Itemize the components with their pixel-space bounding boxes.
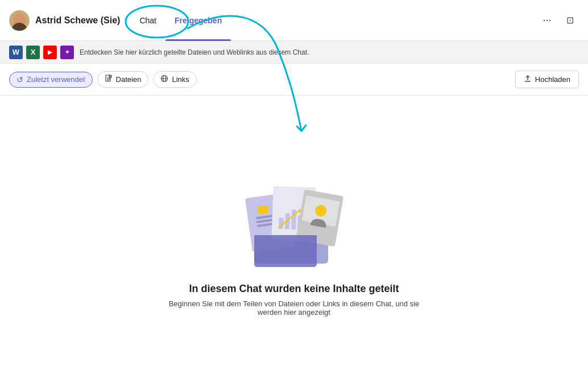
upload-icon	[524, 75, 532, 84]
main-content: In diesem Chat wurden keine Inhalte gete…	[0, 96, 588, 376]
chat-header: Astrid Schewe (Sie) Chat Freigegeben ···…	[0, 0, 588, 41]
app-bar: W X ▶ ✦ Entdecken Sie hier kürzlich gete…	[0, 41, 588, 64]
filter-bar: ↺ Zuletzt verwendet Dateien Links	[0, 64, 588, 96]
youtube-icon[interactable]: ▶	[43, 46, 57, 59]
purple-app-icon[interactable]: ✦	[60, 46, 74, 59]
avatar	[9, 10, 30, 31]
globe-icon	[160, 75, 168, 84]
svg-rect-19	[291, 209, 296, 229]
svg-rect-15	[258, 206, 268, 213]
more-options-button[interactable]: ···	[538, 11, 556, 30]
file-icon	[105, 75, 113, 84]
header-tabs: Chat Freigegeben	[130, 0, 231, 41]
app-bar-description: Entdecken Sie hier kürzlich geteilte Dat…	[80, 48, 309, 56]
clock-icon: ↺	[16, 75, 23, 84]
upload-button[interactable]: Hochladen	[515, 71, 579, 88]
filter-files[interactable]: Dateien	[97, 71, 149, 88]
header-left: Astrid Schewe (Sie) Chat Freigegeben	[9, 0, 538, 41]
filter-links[interactable]: Links	[153, 71, 196, 88]
meeting-button[interactable]: ⊡	[561, 11, 579, 30]
user-name: Astrid Schewe (Sie)	[35, 15, 120, 26]
empty-state-subtitle: Beginnen Sie mit dem Teilen von Dateien …	[158, 299, 430, 317]
filter-recently-used[interactable]: ↺ Zuletzt verwendet	[9, 72, 93, 88]
excel-icon[interactable]: X	[26, 46, 40, 59]
tab-chat[interactable]: Chat	[130, 0, 165, 41]
tab-freigegeben[interactable]: Freigegeben	[165, 0, 231, 41]
empty-state-illustration	[231, 155, 357, 269]
word-icon[interactable]: W	[9, 46, 23, 59]
empty-state-title: In diesem Chat wurden keine Inhalte gete…	[189, 283, 399, 295]
header-right: ··· ⊡	[538, 11, 579, 30]
